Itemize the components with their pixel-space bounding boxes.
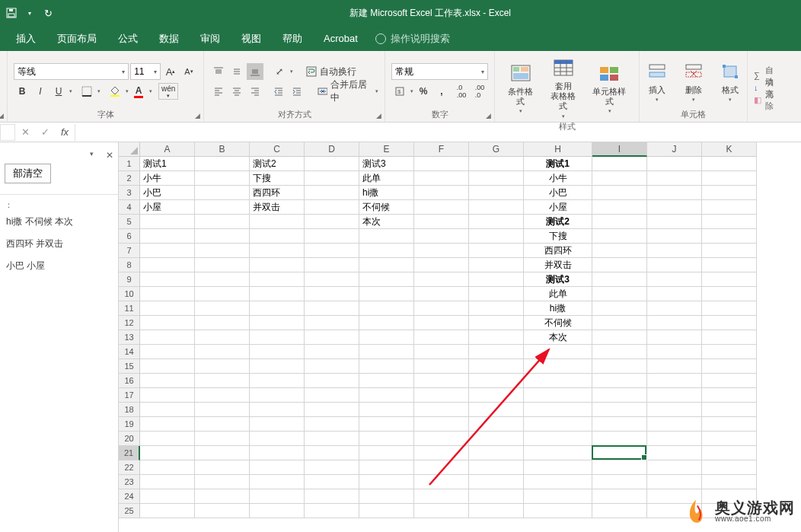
cell[interactable]: 小巴 xyxy=(524,186,592,200)
cell[interactable] xyxy=(524,403,592,417)
qat-dropdown-icon[interactable]: ▾ xyxy=(23,6,37,20)
insert-cells-button[interactable]: 插入▾ xyxy=(640,58,674,105)
cell[interactable] xyxy=(359,244,414,258)
cell[interactable] xyxy=(414,215,469,229)
cell[interactable]: 西四环 xyxy=(250,186,305,200)
orientation-button[interactable]: ⤢ xyxy=(271,63,288,80)
cell[interactable] xyxy=(359,301,414,316)
cell[interactable] xyxy=(592,200,647,215)
cell[interactable] xyxy=(359,403,414,417)
cell[interactable] xyxy=(250,504,305,518)
align-top-icon[interactable] xyxy=(210,63,227,80)
cell[interactable] xyxy=(195,157,250,171)
align-launcher-icon[interactable]: ◢ xyxy=(374,111,383,120)
cell[interactable] xyxy=(469,200,524,215)
cell[interactable] xyxy=(469,244,524,258)
cell[interactable] xyxy=(414,432,469,446)
cell[interactable] xyxy=(647,186,702,200)
fill-color-button[interactable] xyxy=(107,83,123,100)
tab-data[interactable]: 数据 xyxy=(149,26,189,52)
comma-button[interactable]: , xyxy=(433,83,450,100)
cell[interactable] xyxy=(702,446,757,460)
cell[interactable] xyxy=(140,215,195,229)
cell[interactable] xyxy=(702,316,757,330)
cell[interactable] xyxy=(592,489,647,504)
cell[interactable] xyxy=(414,403,469,417)
cell[interactable] xyxy=(647,200,702,215)
clipboard-item[interactable]: hi撒 不伺候 本次 xyxy=(5,211,113,233)
cell[interactable] xyxy=(592,504,647,518)
cell[interactable] xyxy=(250,330,305,345)
cell[interactable] xyxy=(305,345,359,359)
cell[interactable] xyxy=(250,301,305,316)
cell[interactable] xyxy=(414,374,469,388)
cell[interactable]: 小巴 xyxy=(140,186,195,200)
number-format-combo[interactable]: 常规▾ xyxy=(391,63,488,80)
cell[interactable] xyxy=(647,446,702,460)
cell[interactable] xyxy=(414,417,469,432)
cell[interactable] xyxy=(647,244,702,258)
cell[interactable] xyxy=(592,215,647,229)
cell[interactable] xyxy=(250,460,305,475)
cell[interactable] xyxy=(414,316,469,330)
cell[interactable] xyxy=(592,330,647,345)
cell[interactable]: 西四环 xyxy=(524,244,592,258)
cell[interactable] xyxy=(305,432,359,446)
cell[interactable] xyxy=(140,359,195,374)
cell[interactable]: 测试2 xyxy=(524,215,592,229)
cell[interactable] xyxy=(305,301,359,316)
column-header[interactable]: A xyxy=(140,142,195,157)
phonetic-button[interactable]: wén▾ xyxy=(158,83,178,100)
cell[interactable] xyxy=(469,215,524,229)
cell[interactable] xyxy=(195,330,250,345)
tab-formulas[interactable]: 公式 xyxy=(108,26,148,52)
format-as-table-button[interactable]: 套用 表格格式▾ xyxy=(544,54,583,121)
row-header[interactable]: 17 xyxy=(119,388,140,403)
cell[interactable] xyxy=(647,229,702,244)
cell[interactable] xyxy=(647,215,702,229)
cell[interactable] xyxy=(702,432,757,446)
cell[interactable] xyxy=(524,417,592,432)
cell[interactable] xyxy=(647,475,702,489)
cell[interactable] xyxy=(140,272,195,287)
cell[interactable] xyxy=(140,446,195,460)
cell[interactable] xyxy=(195,215,250,229)
cell[interactable] xyxy=(140,417,195,432)
clipboard-item[interactable]: 西四环 并双击 xyxy=(5,233,113,255)
worksheet[interactable]: ABCDEFGHIJK 1234567891011121314151617181… xyxy=(119,142,801,532)
cell[interactable] xyxy=(305,417,359,432)
cell[interactable] xyxy=(647,359,702,374)
cell[interactable]: 测试3 xyxy=(524,272,592,287)
cell[interactable] xyxy=(250,287,305,301)
cell[interactable] xyxy=(140,403,195,417)
cell[interactable] xyxy=(195,301,250,316)
cell[interactable] xyxy=(702,258,757,272)
cell[interactable] xyxy=(359,330,414,345)
cell[interactable] xyxy=(592,171,647,186)
cell[interactable] xyxy=(647,374,702,388)
pane-close-icon[interactable]: ✕ xyxy=(106,150,113,161)
cell[interactable] xyxy=(195,417,250,432)
cell[interactable] xyxy=(195,446,250,460)
italic-button[interactable]: I xyxy=(32,83,49,100)
save-icon[interactable] xyxy=(5,6,18,20)
select-all-corner[interactable] xyxy=(119,142,140,157)
cell[interactable] xyxy=(592,186,647,200)
increase-decimal-icon[interactable]: .0.00 xyxy=(453,83,470,100)
column-header[interactable]: H xyxy=(524,142,592,157)
pane-options-icon[interactable]: ▾ xyxy=(90,150,94,161)
cell[interactable] xyxy=(592,258,647,272)
cell[interactable] xyxy=(250,403,305,417)
cell[interactable] xyxy=(305,446,359,460)
cell[interactable] xyxy=(359,272,414,287)
cell[interactable] xyxy=(250,244,305,258)
cell[interactable] xyxy=(359,316,414,330)
cell[interactable] xyxy=(592,417,647,432)
cell[interactable] xyxy=(524,446,592,460)
cell[interactable] xyxy=(359,475,414,489)
cell[interactable] xyxy=(250,475,305,489)
cell[interactable] xyxy=(305,244,359,258)
row-header[interactable]: 25 xyxy=(119,504,140,518)
cell[interactable] xyxy=(305,316,359,330)
cell[interactable] xyxy=(359,359,414,374)
